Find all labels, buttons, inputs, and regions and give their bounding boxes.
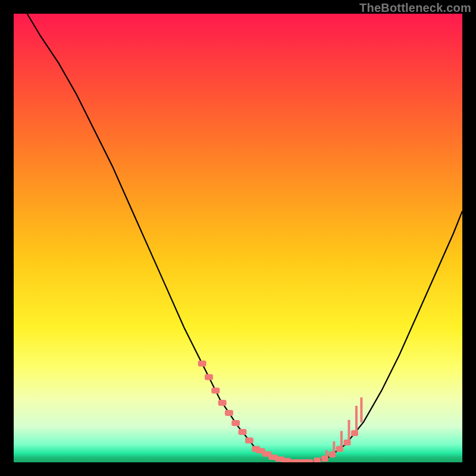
gradient-plot-area bbox=[14, 14, 462, 462]
watermark-text: TheBottleneck.com bbox=[359, 1, 471, 15]
